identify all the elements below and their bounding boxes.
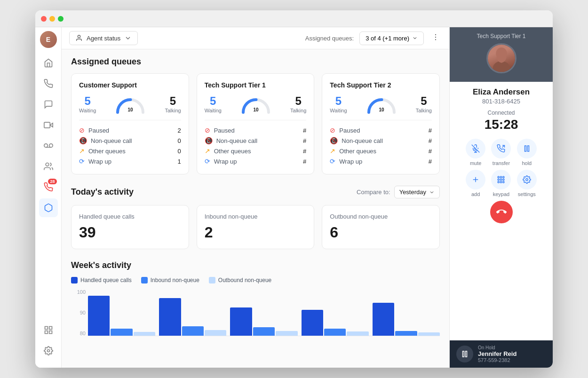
- chevron-down-icon: [124, 34, 132, 42]
- bar-group-1: [159, 298, 226, 336]
- more-options-button[interactable]: [429, 31, 442, 45]
- legend-outbound: Outbound non-queue: [209, 277, 271, 284]
- weeks-section: Week's activity Handled queue calls Inbo…: [71, 260, 440, 336]
- bar-handled-3: [302, 310, 323, 336]
- queue-details-0: ⊘ Paused 2 📵 Non-queue call 0: [79, 120, 181, 166]
- legend-label-outbound: Outbound non-queue: [218, 277, 271, 284]
- svg-marker-0: [50, 123, 53, 127]
- talking-stat-1: 5 Talking: [290, 94, 306, 113]
- activity-card-0: Handled queue calls 39: [71, 205, 189, 249]
- sidebar-nav: 28: [35, 52, 61, 321]
- compare-chevron-icon: [429, 189, 435, 195]
- user-avatar[interactable]: E: [40, 31, 57, 48]
- sidebar-item-grid[interactable]: [39, 321, 58, 339]
- queue-card-customer-support: Customer Support 5 Waiting 10: [71, 73, 189, 174]
- wrapup-val-2: #: [429, 158, 432, 165]
- on-hold-bar: On Hold Jennifer Reid 577-559-2382: [450, 340, 553, 368]
- activity-value-0: 39: [79, 224, 181, 241]
- bar-inbound-3: [324, 329, 346, 336]
- sidebar-item-phone[interactable]: [39, 74, 58, 93]
- svg-rect-38: [463, 351, 464, 357]
- assigned-queues-label: Assigned queues:: [305, 35, 354, 42]
- svg-point-11: [78, 35, 80, 38]
- detail-row: 📵 Non-queue call #: [205, 135, 307, 146]
- paused-icon: ⊘: [330, 126, 335, 134]
- avatar-silhouette: [488, 43, 515, 72]
- end-call-row: [463, 201, 540, 223]
- sidebar-item-chat[interactable]: [39, 95, 58, 114]
- sidebar-item-active-calls[interactable]: 28: [39, 178, 58, 197]
- queue-cards: Customer Support 5 Waiting 10: [71, 73, 440, 174]
- activity-label-0: Handled queue calls: [79, 213, 181, 220]
- calls-badge: 28: [48, 179, 56, 184]
- waiting-number-1: 5: [205, 94, 222, 108]
- maximize-button[interactable]: [58, 16, 64, 22]
- add-button[interactable]: add: [466, 170, 485, 197]
- call-controls: mute transfer hold: [457, 139, 545, 223]
- close-button[interactable]: [41, 16, 47, 22]
- detail-row: ⊘ Paused 2: [79, 125, 181, 135]
- chart-bars: [88, 289, 440, 336]
- gauge-0: 10: [114, 94, 147, 113]
- controls-row-2: add keypad settings: [463, 170, 540, 197]
- hold-button[interactable]: hold: [517, 139, 537, 166]
- waiting-stat-0: 5 Waiting: [79, 94, 96, 113]
- activity-value-1: 2: [205, 224, 307, 241]
- waiting-label-1: Waiting: [205, 108, 222, 113]
- bar-group-3: [302, 310, 369, 336]
- queue-selector[interactable]: 3 of 4 (+1 more): [359, 32, 424, 45]
- app-window: E: [35, 10, 553, 368]
- keypad-button[interactable]: keypad: [491, 170, 511, 197]
- gauge-1: 10: [239, 94, 272, 113]
- dots-icon: [431, 33, 440, 41]
- waiting-number-0: 5: [79, 94, 96, 108]
- queue-card-title-2: Tech Support Tier 2: [330, 81, 432, 89]
- detail-row: ↗ Other queues #: [330, 146, 432, 156]
- svg-text:10: 10: [379, 107, 384, 112]
- wrapup-val-1: #: [303, 158, 306, 165]
- sidebar-item-supervisor[interactable]: [39, 198, 58, 217]
- otherqueue-val-2: #: [429, 148, 432, 155]
- transfer-icon-wrap: [491, 139, 511, 158]
- caller-queue-name: Tech Support Tier 1: [457, 33, 545, 39]
- end-call-button[interactable]: [490, 201, 513, 223]
- bar-handled-0: [88, 296, 110, 336]
- svg-rect-35: [501, 181, 502, 183]
- activity-header: Today's activity Compare to: Yesterday: [71, 186, 440, 198]
- caller-phone: 801-318-6425: [457, 98, 545, 105]
- bar-group-0: [88, 296, 155, 336]
- activity-value-2: 6: [330, 224, 432, 241]
- grid-icon: [44, 325, 53, 335]
- sidebar-item-home[interactable]: [39, 54, 58, 72]
- sidebar-bottom: [39, 321, 58, 364]
- settings-call-button[interactable]: settings: [517, 170, 537, 197]
- bar-outbound-2: [276, 331, 297, 336]
- contacts-icon: [44, 162, 53, 171]
- minimize-button[interactable]: [49, 16, 55, 22]
- settings-call-label: settings: [518, 191, 536, 197]
- chart-legend: Handled queue calls Inbound non-queue Ou…: [71, 277, 440, 284]
- otherqueue-val-0: 0: [177, 148, 181, 155]
- sidebar-item-settings[interactable]: [39, 341, 58, 360]
- svg-point-13: [435, 37, 436, 38]
- mic-off-icon: [471, 144, 480, 153]
- queue-stats-1: 5 Waiting 10 5: [205, 94, 307, 113]
- y-label-80: 80: [71, 331, 86, 336]
- sidebar-item-contacts[interactable]: [39, 157, 58, 176]
- compare-select[interactable]: Yesterday: [394, 186, 440, 198]
- svg-rect-36: [503, 181, 504, 183]
- sidebar-item-video[interactable]: [39, 116, 58, 134]
- bar-handled-4: [373, 303, 394, 336]
- sidebar: E: [35, 27, 62, 368]
- transfer-button[interactable]: transfer: [491, 139, 511, 166]
- bar-group-4: [373, 303, 440, 336]
- caller-header: Tech Support Tier 1: [450, 27, 553, 82]
- assigned-queues-title: Assigned queues: [71, 57, 440, 67]
- bar-outbound-0: [134, 332, 155, 336]
- sidebar-item-voicemail[interactable]: [39, 136, 58, 155]
- agent-status-button[interactable]: Agent status: [69, 31, 138, 45]
- wrapup-val-0: 1: [177, 158, 181, 165]
- mute-button[interactable]: mute: [466, 139, 485, 166]
- legend-inbound: Inbound non-queue: [141, 277, 199, 284]
- svg-rect-7: [49, 327, 52, 330]
